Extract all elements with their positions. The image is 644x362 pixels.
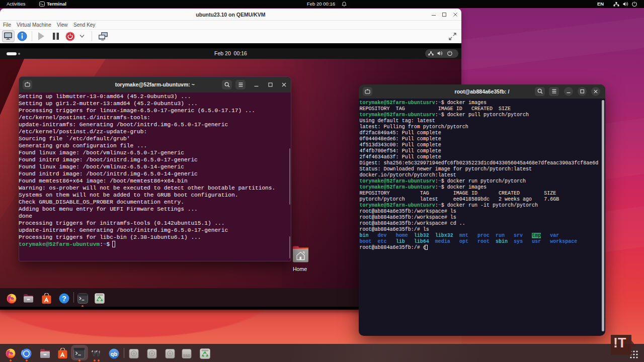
svg-text:SSD: SSD xyxy=(183,354,190,357)
svg-text:qb: qb xyxy=(111,351,118,357)
svg-text:?: ? xyxy=(62,295,66,303)
